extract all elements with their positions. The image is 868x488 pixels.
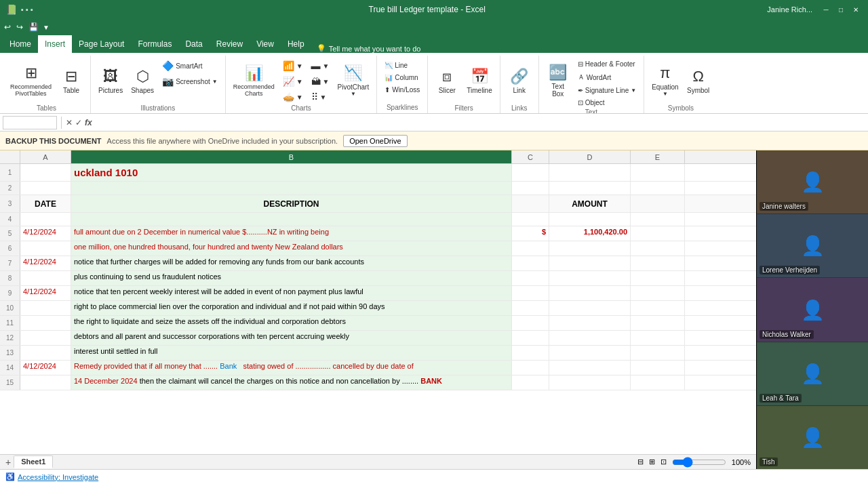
cell-c9[interactable] <box>512 286 549 300</box>
close-button[interactable]: ✕ <box>849 4 863 15</box>
cell-b7[interactable]: notice that further charges will be adde… <box>71 256 512 270</box>
save-button[interactable]: 💾 <box>27 21 40 33</box>
cell-c8[interactable] <box>512 271 549 285</box>
view-page-layout-icon[interactable]: ⊞ <box>649 458 655 466</box>
sparkline-column-button[interactable]: 📊 Column <box>381 72 423 83</box>
cell-d3[interactable]: AMOUNT <box>549 195 631 212</box>
pivotchart-button[interactable]: 📉 PivotChart ▼ <box>334 57 373 104</box>
zoom-slider[interactable] <box>672 458 726 467</box>
cell-a3[interactable]: DATE <box>20 195 71 212</box>
maximize-button[interactable]: □ <box>834 4 848 15</box>
area-chart-button[interactable]: 🏔 ▼ <box>308 74 333 89</box>
cell-b13[interactable]: interest until settled in full <box>71 346 512 360</box>
cell-e3[interactable] <box>631 195 685 212</box>
win-loss-button[interactable]: ⬆ Win/Loss <box>381 84 423 96</box>
cell-a12[interactable] <box>20 331 71 345</box>
cell-d13[interactable] <box>549 346 631 360</box>
redo-button[interactable]: ↪ <box>15 21 24 33</box>
tab-view[interactable]: View <box>250 35 281 53</box>
cell-c2[interactable] <box>512 182 549 195</box>
cell-d5[interactable]: 1,100,420.00 <box>549 226 631 241</box>
cell-d14[interactable] <box>549 361 631 375</box>
cell-b15[interactable]: 14 December 2024 then the claimant will … <box>71 375 512 390</box>
recommended-charts-button[interactable]: 📊 RecommendedCharts <box>230 57 278 104</box>
add-sheet-button[interactable]: + <box>5 457 11 468</box>
minimize-button[interactable]: ─ <box>819 4 833 15</box>
col-header-e[interactable]: E <box>631 150 685 163</box>
cell-e10[interactable] <box>631 301 685 315</box>
shapes-button[interactable]: ⬡ Shapes <box>127 57 157 104</box>
cell-e4[interactable] <box>631 213 685 226</box>
insert-function-icon[interactable]: fx <box>85 118 92 127</box>
cell-e13[interactable] <box>631 346 685 360</box>
cell-d11[interactable] <box>549 316 631 330</box>
cell-b14[interactable]: Remedy provided that if all money that .… <box>71 361 512 375</box>
tab-home[interactable]: Home <box>3 35 38 53</box>
cell-a4[interactable] <box>20 213 71 226</box>
pivot-tables-button[interactable]: ⊞ RecommendedPivotTables <box>7 57 55 104</box>
cell-e12[interactable] <box>631 331 685 345</box>
pie-chart-button[interactable]: 🥧 ▼ <box>279 89 307 104</box>
object-button[interactable]: ⊡ Object <box>574 97 639 108</box>
cell-d7[interactable] <box>549 256 631 270</box>
cell-c15[interactable] <box>512 375 549 390</box>
cell-b4[interactable] <box>71 213 512 226</box>
cell-b3[interactable]: DESCRIPTION <box>71 195 512 212</box>
link-button[interactable]: 🔗 Link <box>505 57 534 104</box>
confirm-formula-icon[interactable]: ✓ <box>75 118 82 127</box>
cell-b2[interactable] <box>71 182 512 195</box>
cell-e14[interactable] <box>631 361 685 375</box>
sheet-tab-sheet1[interactable]: Sheet1 <box>14 455 53 468</box>
timeline-button[interactable]: 📅 Timeline <box>463 57 495 104</box>
cell-a1[interactable] <box>20 164 71 181</box>
cell-d1[interactable] <box>549 164 631 181</box>
name-box[interactable] <box>3 116 57 129</box>
cell-a8[interactable] <box>20 271 71 285</box>
scatter-chart-button[interactable]: ⠿ ▼ <box>308 89 333 104</box>
cell-c10[interactable] <box>512 301 549 315</box>
cell-e2[interactable] <box>631 182 685 195</box>
sparkline-line-button[interactable]: 📉 Line <box>381 60 423 71</box>
cell-c7[interactable] <box>512 256 549 270</box>
tab-data[interactable]: Data <box>178 35 209 53</box>
cell-d12[interactable] <box>549 331 631 345</box>
cancel-formula-icon[interactable]: ✕ <box>66 118 73 127</box>
open-onedrive-button[interactable]: Open OneDrive <box>343 135 407 147</box>
formula-input[interactable] <box>95 116 865 129</box>
cell-a2[interactable] <box>20 182 71 195</box>
tab-page-layout[interactable]: Page Layout <box>72 35 131 53</box>
view-normal-icon[interactable]: ⊟ <box>637 458 644 466</box>
table-button[interactable]: ⊟ Table <box>56 57 86 104</box>
cell-d15[interactable] <box>549 375 631 390</box>
wordart-button[interactable]: Ａ WordArt <box>574 70 639 84</box>
cell-c14[interactable] <box>512 361 549 375</box>
cell-a13[interactable] <box>20 346 71 360</box>
tab-review[interactable]: Review <box>210 35 250 53</box>
cell-e9[interactable] <box>631 286 685 300</box>
cell-e6[interactable] <box>631 241 685 256</box>
view-page-break-icon[interactable]: ⊡ <box>660 458 667 466</box>
column-chart-button[interactable]: 📶 ▼ <box>279 58 307 73</box>
header-footer-button[interactable]: ⊟ Header & Footer <box>574 58 639 70</box>
cell-c1[interactable] <box>512 164 549 181</box>
cell-c12[interactable] <box>512 331 549 345</box>
cell-e1[interactable] <box>631 164 685 181</box>
cell-c4[interactable] <box>512 213 549 226</box>
cell-a5[interactable]: 4/12/2024 <box>20 226 71 241</box>
symbol-button[interactable]: Ω Symbol <box>684 57 713 104</box>
cell-e11[interactable] <box>631 316 685 330</box>
col-header-b[interactable]: B <box>71 150 512 163</box>
screenshot-button[interactable]: 📷 Screenshot ▼ <box>159 74 221 89</box>
cell-e5[interactable] <box>631 226 685 241</box>
cell-e8[interactable] <box>631 271 685 285</box>
signature-line-button[interactable]: ✒ Signature Line ▼ <box>574 85 639 96</box>
accessibility-text[interactable]: Accessibility: Investigate <box>18 473 98 481</box>
cell-c11[interactable] <box>512 316 549 330</box>
cell-a9[interactable]: 4/12/2024 <box>20 286 71 300</box>
cell-d2[interactable] <box>549 182 631 195</box>
col-header-d[interactable]: D <box>549 150 631 163</box>
text-box-button[interactable]: 🔤 TextBox <box>543 57 573 104</box>
cell-d8[interactable] <box>549 271 631 285</box>
cell-c13[interactable] <box>512 346 549 360</box>
smartart-button[interactable]: 🔷 SmartArt <box>159 58 221 73</box>
